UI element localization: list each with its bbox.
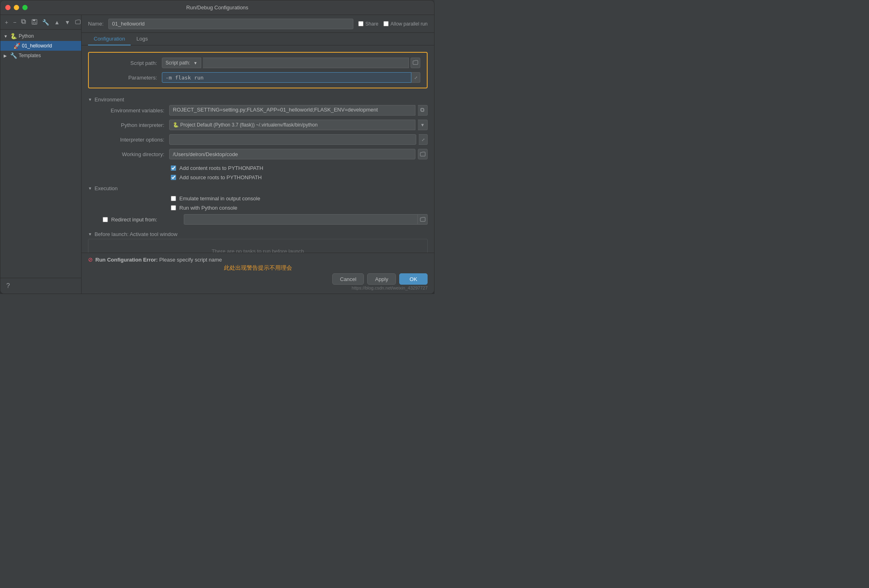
environment-section-header[interactable]: ▼ Environment [82,93,434,105]
redirect-checkbox[interactable] [103,217,108,222]
interp-options-control: ⤢ [169,134,428,145]
env-vars-field[interactable]: ROJECT_SETTING=setting.py;FLASK_APP=01_h… [169,105,415,116]
tab-configuration[interactable]: Configuration [88,33,131,45]
share-checkbox[interactable] [358,21,364,26]
templates-icon: 🔧 [10,52,17,59]
content-roots-row: Add content roots to PYTHONPATH [82,163,434,173]
parameters-label: Parameters: [95,75,162,81]
copy-config-button[interactable] [20,18,28,26]
working-dir-label: Working directory: [88,151,169,157]
before-launch-arrow-icon: ▼ [88,232,92,236]
run-python-console-label: Run with Python console [179,205,237,211]
env-vars-copy-button[interactable] [418,105,428,116]
no-tasks-text: There are no tasks to run before launch [212,248,304,253]
highlighted-section: Script path: Script path: ▼ [88,52,428,88]
python-interp-select[interactable]: 🐍 Project Default (Python 3.7 (flask)) ~… [169,120,415,130]
run-python-console-checkbox[interactable] [171,205,176,210]
remove-config-button[interactable]: − [12,19,17,26]
python-interp-row: Python interpreter: 🐍 Project Default (P… [82,120,434,130]
emulate-terminal-label: Emulate terminal in output console [179,195,260,202]
interp-options-expand-button[interactable]: ⤢ [419,134,428,145]
before-launch-section: ▼ Before launch: Activate tool window Th… [88,230,428,253]
content-roots-checkbox[interactable] [171,165,176,171]
minimize-button[interactable] [14,5,19,10]
tabs-bar: Configuration Logs [82,33,434,45]
svg-rect-1 [22,19,25,23]
execution-section-header[interactable]: ▼ Execution [82,182,434,194]
python-interp-label: Python interpreter: [88,122,169,128]
source-roots-checkbox[interactable] [171,175,176,180]
move-down-button[interactable]: ▼ [63,19,71,26]
action-row: Cancel Apply OK [88,273,428,285]
interp-options-label: Interpreter options: [88,137,169,143]
working-dir-browse-button[interactable] [418,149,428,159]
save-config-button[interactable] [30,18,39,26]
share-group: Share [358,21,379,27]
source-roots-label: Add source roots to PYTHONPATH [179,174,262,180]
parameters-input[interactable] [162,72,411,83]
sidebar-item-python[interactable]: ▼ 🐍 Python [0,31,81,41]
close-button[interactable] [5,5,11,10]
main-header: Name: Share Allow parallel run [82,15,434,33]
tab-logs[interactable]: Logs [131,33,153,45]
svg-rect-4 [33,22,36,24]
content-roots-label: Add content roots to PYTHONPATH [179,165,263,171]
working-dir-input[interactable] [169,149,415,159]
script-path-browse-button[interactable] [411,58,420,68]
error-message: Please specify script name [159,257,222,263]
execution-arrow-icon: ▼ [88,186,92,191]
parallel-label: Allow parallel run [391,21,428,27]
settings-button[interactable]: 🔧 [41,19,50,26]
add-config-button[interactable]: + [4,19,9,26]
cancel-button[interactable]: Cancel [332,273,364,285]
sidebar-toolbar: + − 🔧 ▲ ▼ ⇅ [0,15,81,30]
chevron-down-icon: ▼ [194,61,198,65]
parameters-row: Parameters: ⤢ [95,72,420,83]
window: Run/Debug Configurations + − 🔧 ▲ ▼ ⇅ [0,0,434,294]
folder-button[interactable] [74,19,82,26]
parallel-checkbox[interactable] [383,21,389,26]
maximize-button[interactable] [22,5,28,10]
source-roots-row: Add source roots to PYTHONPATH [82,173,434,182]
sidebar-item-helloworld[interactable]: 🚀 01_helloworld [0,41,81,51]
sidebar-item-templates[interactable]: ▶ 🔧 Templates [0,51,81,60]
env-vars-control: ROJECT_SETTING=setting.py;FLASK_APP=01_h… [169,105,428,116]
execution-label: Execution [95,185,118,191]
python-interp-control: 🐍 Project Default (Python 3.7 (flask)) ~… [169,120,428,130]
emulate-terminal-checkbox[interactable] [171,196,176,201]
redirect-label: Redirect input from: [111,217,157,223]
sidebar: + − 🔧 ▲ ▼ ⇅ ▼ 🐍 Py [0,15,82,294]
window-controls [5,5,28,10]
script-path-dropdown[interactable]: Script path: ▼ [162,58,201,68]
name-label: Name: [88,21,103,27]
python-arrow: ▼ [4,34,9,39]
script-path-label: Script path: [95,60,162,66]
bottom-bar: ⊘ Run Configuration Error: Please specif… [82,253,434,294]
redirect-browse-button[interactable] [418,214,428,225]
name-input[interactable] [108,19,353,29]
titlebar: Run/Debug Configurations [0,0,434,15]
warning-text: 此处出现警告提示不用理会 [88,264,428,272]
window-title: Run/Debug Configurations [186,4,248,11]
move-up-button[interactable]: ▲ [53,19,61,26]
parameters-expand-button[interactable]: ⤢ [411,72,420,83]
error-icon: ⊘ [88,256,93,263]
python-interp-dropdown-button[interactable]: ▼ [418,120,428,130]
ok-button[interactable]: OK [399,273,428,285]
python-icon: 🐍 [10,33,17,39]
parallel-group: Allow parallel run [383,21,428,27]
before-launch-header[interactable]: ▼ Before launch: Activate tool window [88,230,428,239]
share-label: Share [366,21,379,27]
run-python-console-row: Run with Python console [82,203,434,212]
main-panel: Name: Share Allow parallel run Configura… [82,15,434,294]
help-button[interactable]: ? [4,281,13,290]
emulate-terminal-row: Emulate terminal in output console [82,194,434,203]
working-dir-control [169,149,428,159]
header-right: Share Allow parallel run [358,21,428,27]
redirect-input-row: Redirect input from: [82,212,434,226]
apply-button[interactable]: Apply [367,273,396,285]
env-vars-row: Environment variables: ROJECT_SETTING=se… [82,105,434,116]
script-path-input[interactable] [203,58,409,68]
interp-options-input[interactable] [169,134,416,145]
redirect-input-field[interactable] [184,214,418,225]
